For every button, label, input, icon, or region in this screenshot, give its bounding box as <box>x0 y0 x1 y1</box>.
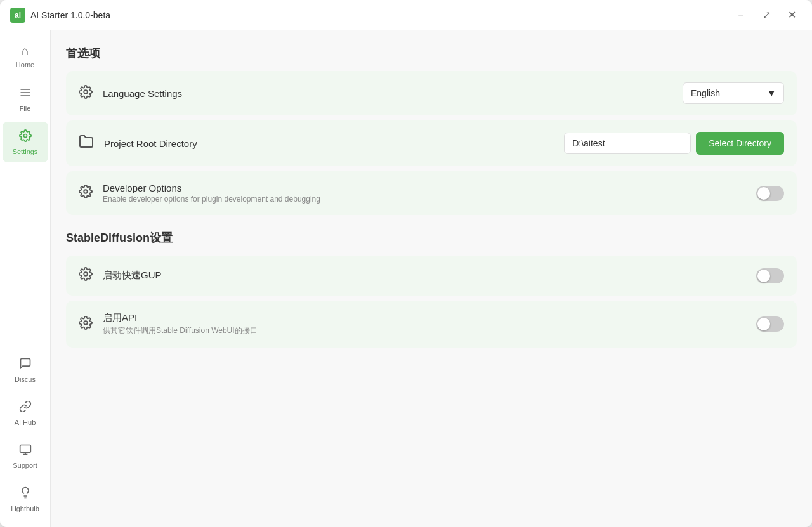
sidebar-label-home: Home <box>16 61 34 68</box>
minimize-button[interactable]: − <box>731 5 751 25</box>
logo-icon: ai <box>10 8 25 23</box>
language-settings-row: Language Settings English ▼ <box>66 71 797 115</box>
enable-api-row: 启用API 供其它软件调用Stable Diffusion WebUI的接口 <box>66 301 797 348</box>
ai-hub-icon <box>19 400 32 416</box>
developer-options-card: Developer Options Enable developer optio… <box>66 171 797 215</box>
developer-options-toggle-knob <box>757 187 770 200</box>
fast-gup-card: 启动快速GUP <box>66 256 797 296</box>
language-settings-text: Language Settings <box>103 88 672 99</box>
content-area: 首选项 Language Settings English <box>51 30 812 527</box>
project-root-text: Project Root Directory <box>104 138 554 149</box>
titlebar: ai AI Starter 1.0.0-beta − ⤢ ✕ <box>0 0 812 30</box>
app-logo: ai AI Starter 1.0.0-beta <box>10 8 731 23</box>
sidebar-item-lightbulb[interactable]: Lightbulb <box>3 479 48 519</box>
sidebar-label-discus: Discus <box>15 375 36 383</box>
support-icon <box>19 443 32 459</box>
sidebar-item-ai-hub[interactable]: AI Hub <box>3 393 48 433</box>
sidebar-label-lightbulb: Lightbulb <box>11 505 39 512</box>
sidebar-item-home[interactable]: ⌂ Home <box>3 36 48 76</box>
sidebar-label-ai-hub: AI Hub <box>15 419 36 426</box>
language-settings-card: Language Settings English ▼ <box>66 71 797 115</box>
svg-point-9 <box>84 90 88 94</box>
developer-options-text: Developer Options Enable developer optio… <box>103 183 746 204</box>
close-button[interactable]: ✕ <box>782 5 802 25</box>
app-title: AI Starter 1.0.0-beta <box>30 10 110 20</box>
svg-point-3 <box>23 134 27 137</box>
directory-input[interactable] <box>564 133 691 154</box>
enable-api-label: 启用API <box>103 312 746 324</box>
sidebar-label-support: Support <box>13 462 37 469</box>
directory-input-group: Select Directory <box>564 132 784 155</box>
folder-icon <box>79 134 94 153</box>
enable-api-text: 启用API 供其它软件调用Stable Diffusion WebUI的接口 <box>103 312 746 336</box>
enable-api-toggle-knob <box>757 318 770 330</box>
chevron-down-icon: ▼ <box>767 88 776 98</box>
developer-gear-icon <box>79 185 93 202</box>
language-settings-label: Language Settings <box>103 88 672 99</box>
enable-api-desc: 供其它软件调用Stable Diffusion WebUI的接口 <box>103 325 746 336</box>
main-layout: ⌂ Home File <box>0 30 812 527</box>
section1-title: 首选项 <box>66 46 797 61</box>
enable-api-card: 启用API 供其它软件调用Stable Diffusion WebUI的接口 <box>66 301 797 348</box>
home-icon: ⌂ <box>21 44 29 58</box>
developer-options-toggle[interactable] <box>756 186 784 201</box>
select-directory-button[interactable]: Select Directory <box>696 132 784 155</box>
svg-point-12 <box>84 321 88 325</box>
fast-gup-label: 启动快速GUP <box>103 270 746 282</box>
svg-point-10 <box>84 190 88 193</box>
project-root-row: Project Root Directory Select Directory <box>66 120 797 166</box>
language-selected-value: English <box>691 88 720 98</box>
file-icon <box>19 86 32 102</box>
settings-icon <box>19 129 32 145</box>
fast-gup-row: 启动快速GUP <box>66 256 797 296</box>
window-controls: − ⤢ ✕ <box>731 5 802 25</box>
enable-api-gear-icon <box>79 316 93 333</box>
fast-gup-text: 启动快速GUP <box>103 270 746 282</box>
language-gear-icon <box>79 85 93 102</box>
fast-gup-toggle[interactable] <box>756 268 784 283</box>
discus-icon <box>19 357 32 373</box>
svg-point-11 <box>84 272 88 276</box>
sidebar: ⌂ Home File <box>0 30 51 527</box>
developer-options-row: Developer Options Enable developer optio… <box>66 171 797 215</box>
language-dropdown[interactable]: English ▼ <box>683 82 784 104</box>
project-root-label: Project Root Directory <box>104 138 554 149</box>
fast-gup-toggle-knob <box>757 270 770 282</box>
sidebar-item-settings[interactable]: Settings <box>3 122 48 162</box>
developer-options-label: Developer Options <box>103 183 746 193</box>
sidebar-item-file[interactable]: File <box>3 79 48 119</box>
lightbulb-icon <box>19 486 32 502</box>
developer-options-desc: Enable developer options for plugin deve… <box>103 195 746 204</box>
section2-title: StableDiffusion设置 <box>66 230 797 245</box>
svg-rect-4 <box>20 445 30 452</box>
sidebar-label-settings: Settings <box>13 148 38 155</box>
project-root-card: Project Root Directory Select Directory <box>66 120 797 166</box>
maximize-button[interactable]: ⤢ <box>756 5 776 25</box>
sidebar-item-support[interactable]: Support <box>3 436 48 476</box>
enable-api-toggle[interactable] <box>756 316 784 332</box>
fast-gup-gear-icon <box>79 267 93 284</box>
sidebar-label-file: File <box>20 105 31 112</box>
sidebar-item-discus[interactable]: Discus <box>3 349 48 390</box>
